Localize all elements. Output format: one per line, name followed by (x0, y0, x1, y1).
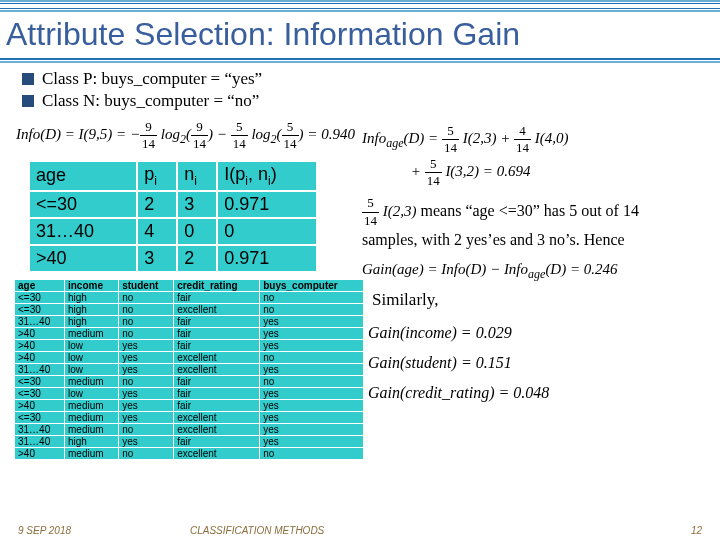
dataset-table: age income student credit_rating buys_co… (14, 279, 364, 460)
right-column: Infoage(D) = 514 I(2,3) + 414 I(4,0) + 5… (352, 117, 692, 460)
table-row: 31…40highnofairyes (15, 315, 364, 327)
cell: low (64, 363, 118, 375)
cell: no (260, 447, 364, 459)
cell: 0.971 (217, 191, 317, 218)
cell: <=30 (15, 387, 65, 399)
cell: medium (64, 411, 118, 423)
cell: 31…40 (15, 315, 65, 327)
slide-content: Class P: buys_computer = “yes” Class N: … (0, 63, 720, 460)
cell: 31…40 (29, 218, 137, 245)
cell: medium (64, 399, 118, 411)
cell: high (64, 435, 118, 447)
cell: no (260, 351, 364, 363)
cell: yes (260, 363, 364, 375)
table-row: >40lowyesexcellentno (15, 351, 364, 363)
table-row: 31…40mediumnoexcellentyes (15, 423, 364, 435)
cell: <=30 (15, 411, 65, 423)
cell: no (119, 375, 174, 387)
cell: yes (260, 411, 364, 423)
cell: yes (119, 351, 174, 363)
cell: excellent (174, 363, 260, 375)
th: student (119, 279, 174, 291)
cell: <=30 (15, 375, 65, 387)
cell: yes (260, 327, 364, 339)
table-row: 31…40highyesfairyes (15, 435, 364, 447)
bullet-square-icon (22, 73, 34, 85)
cell: high (64, 303, 118, 315)
gain-credit: Gain(credit_rating) = 0.048 (368, 378, 692, 408)
footer-page-number: 12 (691, 525, 702, 536)
table-row: <=30lowyesfairyes (15, 387, 364, 399)
cell: 3 (177, 191, 217, 218)
table-row: <=30highnofairno (15, 291, 364, 303)
cell: no (119, 303, 174, 315)
cell: 0 (217, 218, 317, 245)
cell: yes (119, 435, 174, 447)
cell: no (260, 291, 364, 303)
table-header-row: age income student credit_rating buys_co… (15, 279, 364, 291)
th-ni: ni (177, 161, 217, 191)
cell: >40 (15, 351, 65, 363)
cell: >40 (15, 327, 65, 339)
table-row: >40lowyesfairyes (15, 339, 364, 351)
th: income (64, 279, 118, 291)
cell: fair (174, 435, 260, 447)
table-row: >40mediumnoexcellentno (15, 447, 364, 459)
bullet-square-icon (22, 95, 34, 107)
table-row: <=30mediumyesexcellentyes (15, 411, 364, 423)
footer-title: CLASSIFICATION METHODS (190, 525, 324, 536)
cell: yes (260, 435, 364, 447)
cell: fair (174, 315, 260, 327)
cell: 2 (137, 191, 177, 218)
th-pi: pi (137, 161, 177, 191)
th: age (15, 279, 65, 291)
cell: high (64, 315, 118, 327)
info-age-equation: Infoage(D) = 514 I(2,3) + 414 I(4,0) + 5… (362, 123, 692, 189)
cell: >40 (15, 339, 65, 351)
gain-income: Gain(income) = 0.029 (368, 318, 692, 348)
cell: 4 (137, 218, 177, 245)
age-summary-table: age pi ni I(pi, ni) <=30 2 3 0.971 31…40… (28, 160, 318, 273)
cell: yes (260, 339, 364, 351)
explanation-text: 514 I(2,3) means “age <=30” has 5 out of… (362, 195, 692, 251)
cell: no (260, 303, 364, 315)
th-age: age (29, 161, 137, 191)
cell: 3 (137, 245, 177, 272)
slide-title: Attribute Selection: Information Gain (6, 16, 714, 53)
table-row: >40mediumyesfairyes (15, 399, 364, 411)
cell: >40 (15, 447, 65, 459)
cell: high (64, 291, 118, 303)
cell: fair (174, 375, 260, 387)
cell: 0 (177, 218, 217, 245)
cell: >40 (29, 245, 137, 272)
th: buys_computer (260, 279, 364, 291)
cell: excellent (174, 303, 260, 315)
bullet-class-n-text: Class N: buys_computer = “no” (42, 91, 259, 111)
cell: no (119, 291, 174, 303)
cell: yes (260, 399, 364, 411)
cell: yes (260, 423, 364, 435)
gain-list: Gain(income) = 0.029 Gain(student) = 0.1… (368, 318, 692, 409)
cell: no (260, 375, 364, 387)
info-d-formula: Info(D) = I(9,5) = −914 log2(914) − 514 … (16, 119, 352, 152)
cell: excellent (174, 411, 260, 423)
table-row: <=30 2 3 0.971 (29, 191, 317, 218)
cell: excellent (174, 351, 260, 363)
cell: fair (174, 291, 260, 303)
table-row: >40 3 2 0.971 (29, 245, 317, 272)
cell: <=30 (15, 303, 65, 315)
cell: no (119, 327, 174, 339)
cell: low (64, 351, 118, 363)
cell: yes (119, 411, 174, 423)
cell: 31…40 (15, 363, 65, 375)
cell: excellent (174, 423, 260, 435)
cell: medium (64, 327, 118, 339)
cell: medium (64, 375, 118, 387)
cell: no (119, 315, 174, 327)
table-row: >40mediumnofairyes (15, 327, 364, 339)
table-row: <=30highnoexcellentno (15, 303, 364, 315)
gain-student: Gain(student) = 0.151 (368, 348, 692, 378)
cell: 31…40 (15, 435, 65, 447)
th-ipini: I(pi, ni) (217, 161, 317, 191)
cell: <=30 (15, 291, 65, 303)
